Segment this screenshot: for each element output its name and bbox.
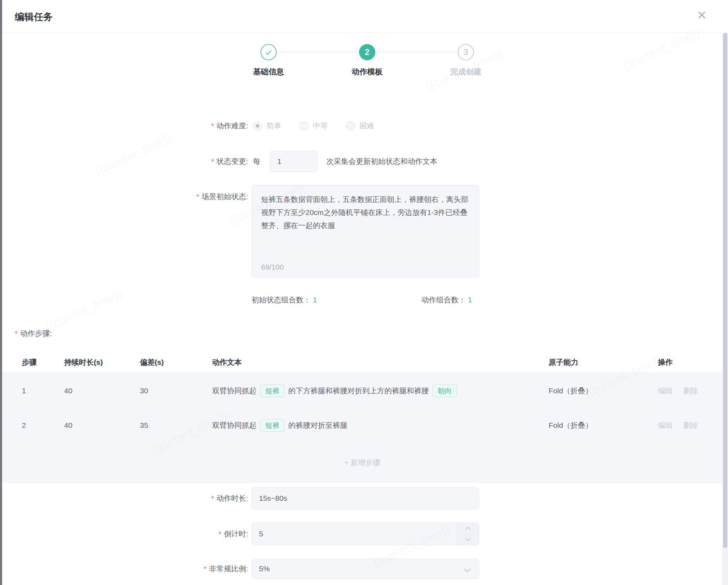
cell-duration: 40 xyxy=(64,421,140,430)
check-icon xyxy=(264,48,273,57)
action-duration-label: *动作时长: xyxy=(2,487,248,509)
cell-actions: 编辑 删除 xyxy=(658,420,722,430)
action-combo-count: 动作组合数：1 xyxy=(421,294,472,306)
radio-hard[interactable]: 困难 xyxy=(346,121,374,131)
unusual-ratio-value: 5% xyxy=(259,565,465,573)
initial-state-label: *场景初始状态: xyxy=(2,191,248,202)
state-change-suffix: 次采集会更新初始状态和动作文本 xyxy=(326,151,437,172)
delete-button[interactable]: 删除 xyxy=(683,420,698,430)
countdown-input[interactable] xyxy=(252,523,479,545)
required-marker: * xyxy=(196,192,199,201)
radio-label: 困难 xyxy=(359,121,374,131)
initial-combo-label: 初始状态组合数： xyxy=(252,296,311,304)
radio-label: 简单 xyxy=(266,121,281,131)
cell-ability: Fold（折叠） xyxy=(549,420,658,430)
cell-duration: 40 xyxy=(64,387,140,395)
stepper: 基础信息 2 动作模板 3 完成创建 xyxy=(2,33,722,89)
cell-step: 2 xyxy=(22,421,64,430)
cell-action-text: 双臂协同抓起 短裤 的裤腰对折至裤腿 xyxy=(212,419,549,432)
cell-action-text: 双臂协同抓起 短裤 的下方裤腿和裤腰对折到上方的裤腿和裤腰 朝向 xyxy=(212,384,549,397)
add-step-button[interactable]: + 新增步骤 xyxy=(2,442,722,483)
table-row: 1 40 30 双臂协同抓起 短裤 的下方裤腿和裤腰对折到上方的裤腿和裤腰 朝向… xyxy=(2,373,722,409)
stepper-step-basic-info[interactable]: 基础信息 xyxy=(216,44,321,77)
step-label: 基础信息 xyxy=(216,67,321,77)
table-header-row: 步骤 持续时长(s) 偏差(s) 动作文本 原子能力 操作 xyxy=(2,352,722,373)
action-text-part: 双臂协同抓起 xyxy=(212,386,257,396)
state-change-row: *状态变更: 每 次采集会更新初始状态和动作文本 xyxy=(2,151,722,172)
required-marker: * xyxy=(204,565,206,573)
initial-state-value: 短裤五条数据背面朝上，五条数据正面朝上，裤腰朝右，离头部视野下方至少20cm之外… xyxy=(261,193,470,232)
add-step-label: + 新增步骤 xyxy=(344,458,380,468)
step-done-circle xyxy=(260,44,277,60)
unusual-ratio-label: *非常规比例: xyxy=(2,559,248,579)
step-label: 完成创建 xyxy=(413,67,519,77)
dialog-title: 编辑任务 xyxy=(15,11,53,23)
col-header-duration: 持续时长(s) xyxy=(64,357,140,367)
chevron-down-icon xyxy=(464,566,470,572)
edit-button[interactable]: 编辑 xyxy=(658,420,673,430)
unusual-ratio-select[interactable]: 5% xyxy=(252,559,479,579)
countdown-number-input xyxy=(252,523,479,545)
cell-deviation: 30 xyxy=(140,387,212,395)
cell-ability: Fold（折叠） xyxy=(549,386,658,396)
required-marker: * xyxy=(15,329,18,337)
decrement-button[interactable] xyxy=(457,534,479,545)
scrollbar-thumb[interactable] xyxy=(723,33,727,548)
table-row: 2 40 35 双臂协同抓起 短裤 的裤腰对折至裤腿 Fold（折叠） 编辑 删… xyxy=(2,409,722,442)
chevron-down-icon xyxy=(465,536,471,541)
close-icon[interactable]: ✕ xyxy=(697,9,707,21)
action-duration-row: *动作时长: xyxy=(2,487,722,509)
radio-circle-selected xyxy=(253,121,262,130)
countdown-label: *倒计时: xyxy=(2,523,248,545)
action-steps-table: 步骤 持续时长(s) 偏差(s) 动作文本 原子能力 操作 1 40 30 双臂… xyxy=(2,352,722,483)
radio-medium[interactable]: 中等 xyxy=(300,121,328,131)
unusual-ratio-row: *非常规比例: 5% xyxy=(2,559,722,579)
background-page-edge xyxy=(0,0,2,585)
action-duration-input[interactable] xyxy=(252,487,479,509)
cell-actions: 编辑 删除 xyxy=(658,386,722,396)
action-text-part: 的裤腰对折至裤腿 xyxy=(288,420,347,430)
object-tag: 短裤 xyxy=(260,419,285,432)
increment-button[interactable] xyxy=(457,523,479,534)
required-marker: * xyxy=(211,122,214,130)
vertical-scrollbar xyxy=(722,33,728,585)
cell-deviation: 35 xyxy=(140,421,212,430)
difficulty-row: *动作难度: 简单 中等 困难 xyxy=(2,117,722,135)
required-marker: * xyxy=(211,157,214,165)
dialog-header: 编辑任务 ✕ xyxy=(2,0,722,32)
initial-combo-count: 初始状态组合数：1 xyxy=(252,294,317,306)
state-change-input[interactable] xyxy=(270,151,318,172)
radio-label: 中等 xyxy=(313,121,328,131)
radio-circle xyxy=(300,121,309,130)
cell-step: 1 xyxy=(22,387,64,395)
orientation-tag: 朝向 xyxy=(432,384,457,397)
initial-combo-value: 1 xyxy=(313,296,317,304)
chevron-up-icon xyxy=(465,526,471,532)
col-header-text: 动作文本 xyxy=(212,357,549,367)
required-marker: * xyxy=(211,494,214,502)
action-steps-label: *动作步骤: xyxy=(15,328,52,339)
difficulty-label: *动作难度: xyxy=(2,117,248,135)
col-header-actions: 操作 xyxy=(658,357,722,367)
delete-button[interactable]: 删除 xyxy=(683,386,698,396)
combo-counts-row: 初始状态组合数：1 动作组合数：1 xyxy=(2,294,722,306)
state-change-label: *状态变更: xyxy=(2,151,248,172)
object-tag: 短裤 xyxy=(260,384,285,397)
col-header-deviation: 偏差(s) xyxy=(140,357,212,367)
initial-state-row: *场景初始状态: 短裤五条数据背面朝上，五条数据正面朝上，裤腰朝右，离头部视野下… xyxy=(2,185,722,279)
char-counter: 69/100 xyxy=(261,263,284,271)
countdown-row: *倒计时: xyxy=(2,523,722,545)
dialog-body: 基础信息 2 动作模板 3 完成创建 *动作难度: 简单 xyxy=(2,33,722,585)
col-header-step: 步骤 xyxy=(22,357,64,367)
edit-button[interactable]: 编辑 xyxy=(658,386,673,396)
step-pending-circle: 3 xyxy=(458,44,474,60)
stepper-step-action-template[interactable]: 2 动作模板 xyxy=(314,44,420,77)
initial-state-textarea[interactable]: 短裤五条数据背面朝上，五条数据正面朝上，裤腰朝右，离头部视野下方至少20cm之外… xyxy=(252,185,479,277)
action-text-part: 的下方裤腿和裤腰对折到上方的裤腿和裤腰 xyxy=(288,386,429,396)
action-text-part: 双臂协同抓起 xyxy=(212,420,257,430)
stepper-step-finish[interactable]: 3 完成创建 xyxy=(413,44,519,77)
step-active-circle: 2 xyxy=(359,44,375,60)
radio-easy[interactable]: 简单 xyxy=(253,121,281,131)
number-spinner xyxy=(457,523,479,545)
action-combo-value: 1 xyxy=(468,296,472,304)
